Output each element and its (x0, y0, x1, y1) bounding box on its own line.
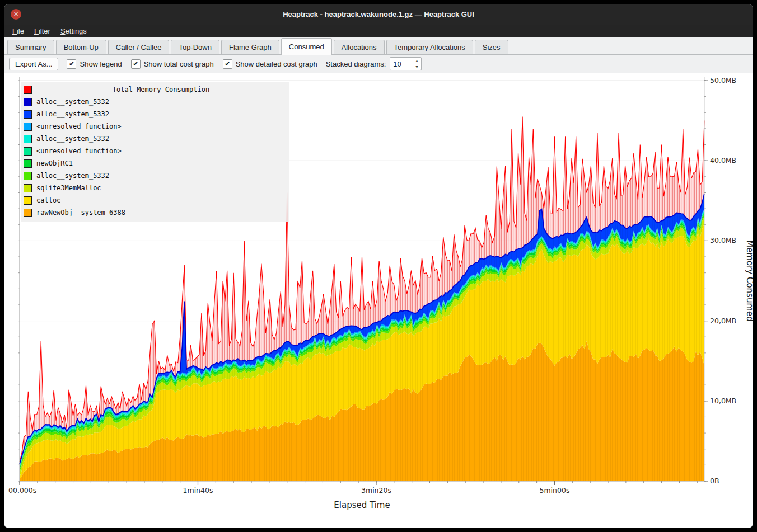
legend-swatch (24, 172, 32, 180)
tab-consumed[interactable]: Consumed (281, 38, 332, 55)
checkbox-label: Show legend (80, 60, 122, 68)
window-controls: ✕ — (11, 4, 53, 25)
legend-label: sqlite3MemMalloc (36, 184, 101, 192)
svg-text:50,0MB: 50,0MB (710, 76, 736, 84)
svg-text:30,0MB: 30,0MB (710, 236, 736, 244)
legend-item: rawNewObj__system_6388 (24, 206, 286, 219)
svg-text:20,0MB: 20,0MB (710, 317, 736, 325)
legend-item: calloc (24, 194, 286, 206)
tab-top-down[interactable]: Top-Down (171, 40, 219, 54)
svg-text:10,0MB: 10,0MB (710, 397, 736, 405)
chart-area: 00.000s1min40s3min20s5min00s0B10,0MB20,0… (4, 73, 753, 528)
close-icon: ✕ (13, 11, 18, 18)
tab-flame-graph[interactable]: Flame Graph (221, 40, 279, 54)
legend-label: <unresolved function> (36, 147, 122, 155)
svg-text:40,0MB: 40,0MB (710, 156, 736, 164)
tab-temporary-allocations[interactable]: Temporary Allocations (386, 40, 473, 54)
checkbox-show-legend[interactable]: ✔Show legend (67, 59, 122, 69)
checkmark-icon: ✔ (133, 60, 138, 67)
toolbar: Export As... ✔Show legend✔Show total cos… (4, 55, 753, 73)
legend-label: rawNewObj__system_6388 (36, 209, 125, 216)
spin-up-icon[interactable]: ▲ (412, 58, 421, 64)
stacked-diagrams-label: Stacked diagrams: (326, 60, 386, 68)
export-as-button[interactable]: Export As... (9, 58, 58, 70)
legend-item: alloc__system_5332 (24, 170, 286, 182)
app-window: ✕ — Heaptrack - heaptrack.wakunode.1.gz … (4, 4, 753, 528)
legend-label: alloc__system_5332 (36, 98, 109, 106)
checkbox-box[interactable]: ✔ (67, 59, 76, 69)
tab-bar: SummaryBottom-UpCaller / CalleeTop-DownF… (4, 37, 753, 55)
menubar: FileFilterSettings (4, 25, 753, 37)
legend-swatch (24, 110, 32, 119)
legend-label: alloc__system_5332 (36, 110, 109, 118)
legend-label: alloc__system_5332 (36, 172, 109, 180)
menu-file[interactable]: File (7, 26, 29, 36)
svg-text:00.000s: 00.000s (8, 486, 36, 495)
tab-sizes[interactable]: Sizes (475, 40, 508, 54)
svg-text:1min40s: 1min40s (183, 486, 213, 495)
spin-down-icon[interactable]: ▼ (412, 64, 421, 70)
svg-text:0B: 0B (710, 477, 719, 485)
chart-legend: Total Memory Consumptionalloc__system_53… (21, 82, 289, 222)
svg-text:Elapsed Time: Elapsed Time (334, 500, 390, 510)
legend-label: alloc__system_5332 (36, 135, 109, 143)
svg-text:Memory Consumed: Memory Consumed (745, 240, 753, 322)
legend-item: alloc__system_5332 (24, 108, 286, 120)
titlebar[interactable]: ✕ — Heaptrack - heaptrack.wakunode.1.gz … (4, 4, 753, 25)
legend-swatch (24, 98, 32, 106)
legend-swatch (24, 147, 32, 156)
legend-swatch (24, 184, 32, 192)
legend-item: <unresolved function> (24, 120, 286, 133)
legend-title-row: Total Memory Consumption (24, 83, 286, 96)
checkbox-box[interactable]: ✔ (223, 59, 232, 69)
checkmark-icon: ✔ (225, 60, 230, 67)
window-title: Heaptrack - heaptrack.wakunode.1.gz — He… (4, 10, 753, 18)
minimize-button[interactable]: — (26, 9, 37, 20)
checkmark-icon: ✔ (69, 60, 74, 67)
stacked-diagrams-value[interactable]: 10 (390, 58, 412, 70)
checkbox-box[interactable]: ✔ (131, 59, 141, 69)
checkbox-group: ✔Show legend✔Show total cost graph✔Show … (67, 59, 317, 69)
checkbox-label: Show total cost graph (144, 60, 214, 68)
legend-item: sqlite3MemMalloc (24, 182, 286, 194)
tab-summary[interactable]: Summary (7, 40, 54, 54)
legend-label: <unresolved function> (36, 123, 122, 130)
legend-swatch (24, 196, 32, 205)
legend-swatch (24, 159, 32, 168)
legend-label: calloc (36, 196, 60, 204)
tab-caller-callee[interactable]: Caller / Callee (108, 40, 170, 54)
menu-settings[interactable]: Settings (55, 26, 92, 36)
svg-text:3min20s: 3min20s (361, 486, 391, 495)
legend-swatch (24, 135, 32, 143)
legend-swatch (24, 123, 32, 131)
tab-allocations[interactable]: Allocations (334, 40, 385, 54)
spinner-arrows: ▲ ▼ (412, 58, 421, 70)
legend-swatch (24, 86, 32, 94)
menu-filter[interactable]: Filter (29, 26, 55, 36)
legend-item: <unresolved function> (24, 145, 286, 157)
legend-item: newObjRC1 (24, 157, 286, 170)
maximize-button[interactable] (42, 9, 53, 20)
checkbox-label: Show detailed cost graph (236, 60, 317, 68)
legend-title: Total Memory Consumption (36, 86, 286, 93)
minimize-icon: — (28, 10, 35, 18)
tab-bottom-up[interactable]: Bottom-Up (56, 40, 106, 54)
legend-swatch (24, 209, 32, 217)
stacked-diagrams-control: Stacked diagrams: 10 ▲ ▼ (326, 57, 422, 70)
checkbox-show-detailed-cost-graph[interactable]: ✔Show detailed cost graph (223, 59, 317, 69)
checkbox-show-total-cost-graph[interactable]: ✔Show total cost graph (131, 59, 214, 69)
legend-label: newObjRC1 (36, 159, 73, 167)
legend-item: alloc__system_5332 (24, 133, 286, 145)
svg-text:5min00s: 5min00s (539, 486, 569, 495)
legend-item: alloc__system_5332 (24, 96, 286, 108)
close-button[interactable]: ✕ (11, 9, 21, 20)
stacked-diagrams-spinbox[interactable]: 10 ▲ ▼ (390, 57, 422, 70)
maximize-icon (45, 12, 50, 17)
